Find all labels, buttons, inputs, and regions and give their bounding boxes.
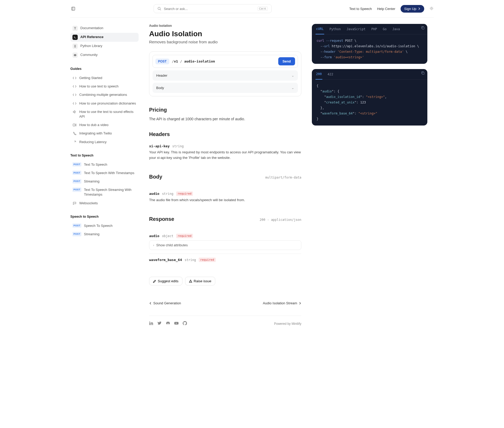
copy-button[interactable] [421,26,425,30]
method-badge: POST [155,59,169,64]
body-meta: multipart/form-data [265,176,301,179]
signup-button[interactable]: Sign Up [401,5,424,13]
pager-prev[interactable]: Sound Generation [149,301,181,305]
theme-toggle[interactable] [429,6,434,11]
nav-api-reference[interactable]: API Reference [70,33,139,42]
tab-python[interactable]: Python [329,24,341,34]
link-help[interactable]: Help Center [377,7,395,11]
linkedin-icon[interactable] [149,321,153,326]
endpoint-box: POST /v1 / audio-isolation Send Header ⌄… [149,51,301,96]
nav-guide-latency[interactable]: Reducing Latency [70,138,139,146]
nav-label: Reducing Latency [79,140,107,144]
nav-label: Streaming [84,179,99,184]
nav-sts-main[interactable]: POSTSpeech To Speech [70,222,139,230]
required-badge: required [176,234,193,238]
nav-documentation[interactable]: Documentation [70,24,139,33]
chevron-right-icon [299,302,301,305]
tab-200[interactable]: 200 [316,69,322,80]
copy-button[interactable] [421,71,425,76]
post-badge: POST [72,223,81,228]
nav-label: Streaming [84,232,99,237]
tab-php[interactable]: PHP [371,24,378,34]
nav-label: Getting Started [79,76,102,80]
post-badge: POST [72,232,81,236]
chevron-down-icon: ⌄ [291,86,294,90]
nav-label: Documentation [80,26,103,30]
nav-guide-twilio[interactable]: Integrating with Twilio [70,129,139,138]
pager-label: Audio Isolation Stream [263,301,297,305]
discord-icon [72,53,78,58]
video-icon [72,123,77,127]
nav-tts-stream-timestamps[interactable]: POSTText To Speech Streaming With Timest… [70,186,139,199]
terminal-icon [72,35,78,40]
nav-python-library[interactable]: Python Library [70,42,139,51]
required-badge: required [176,191,193,196]
nav-tts-main[interactable]: POSTText To Speech [70,160,139,169]
param-type: string [162,192,173,196]
svg-rect-0 [72,7,75,10]
tab-java[interactable]: Java [392,24,401,34]
response-code-body: { "audio": { "audio_isolation_id": "<str… [312,80,427,126]
post-badge: POST [72,179,81,184]
param-type: object [162,234,173,238]
nav-guide-dub[interactable]: How to dub a video [70,121,139,129]
youtube-icon[interactable] [174,321,178,326]
search-icon [158,7,161,11]
tab-422[interactable]: 422 [327,69,334,79]
send-button[interactable]: Send [278,57,295,65]
raise-issue-button[interactable]: Raise issue [185,277,215,285]
code-icon [72,93,77,97]
breadcrumb: Audio Isolation [149,24,301,28]
code-icon [72,101,77,106]
nav-tts-websockets[interactable]: Websockets [70,199,139,207]
svg-line-9 [430,7,430,7]
collapse-label: Header [156,74,167,77]
nav-getting-started[interactable]: Getting Started [70,74,139,82]
group-sts: Speech to Speech [70,215,139,218]
chevron-right-icon: › [153,243,154,247]
suggest-edits-button[interactable]: Suggest edits [149,277,182,285]
nav-guide-sound-effects[interactable]: How to use the text to sound effects API [70,108,139,121]
nav-label: API Reference [80,35,103,39]
post-badge: POST [72,171,81,175]
book-icon [72,26,78,31]
svg-rect-24 [422,72,424,74]
nav-community[interactable]: Community [70,51,139,60]
tab-go[interactable]: Go [382,24,387,34]
nav-label: Python Library [80,44,102,48]
svg-line-11 [430,9,430,9]
tab-javascript[interactable]: JavaScript [346,24,366,34]
param-desc: The audio file from which vocals/speech … [149,197,301,203]
nav-label: Combining multiple generations [79,92,127,97]
discord-icon[interactable] [166,321,170,326]
button-label: Raise issue [194,279,211,283]
svg-marker-17 [75,124,76,126]
link-tts[interactable]: Text to Speech [349,7,372,11]
nav-sts-streaming[interactable]: POSTStreaming [70,230,139,238]
svg-point-14 [74,54,76,56]
panel-toggle[interactable] [70,6,76,12]
nav-tts-streaming[interactable]: POSTStreaming [70,177,139,186]
pager-label: Sound Generation [153,301,181,305]
nav-label: Text To Speech Streaming With Timestamps [84,187,136,197]
collapse-body[interactable]: Body ⌄ [153,83,298,93]
pager-next[interactable]: Audio Isolation Stream [263,301,301,305]
search-input[interactable] [164,7,255,11]
nav-tts-timestamps[interactable]: POSTText To Speech With Timestamps [70,169,139,177]
github-icon[interactable] [183,321,187,326]
nav-label: How to use pronunciation dictionaries [79,101,136,106]
nav-guide-pronunciation[interactable]: How to use pronunciation dictionaries [70,99,139,108]
nav-guide-tts[interactable]: How to use text to speech [70,82,139,91]
collapse-header[interactable]: Header ⌄ [153,70,298,81]
search-box[interactable]: Ctrl K [154,4,272,13]
nav-label: How to use text to speech [79,84,119,89]
show-child-attributes[interactable]: › Show child attributes [149,240,301,250]
child-label: Show child attributes [156,243,188,247]
nav-guide-combining[interactable]: Combining multiple generations [70,91,139,99]
twitter-icon[interactable] [158,321,162,326]
post-badge: POST [72,187,81,192]
tab-curl[interactable]: cURL [316,24,324,34]
nav-label: Text To Speech With Timestamps [84,171,134,175]
page-title: Audio Isolation [149,30,301,38]
param-name: waveform_base_64 [149,258,182,262]
